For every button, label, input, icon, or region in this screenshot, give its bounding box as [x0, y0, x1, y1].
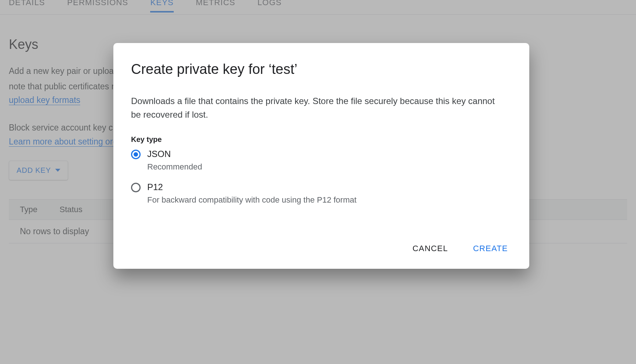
radio-p12-icon	[131, 183, 141, 192]
create-button[interactable]: CREATE	[471, 242, 509, 256]
create-private-key-dialog: Create private key for ‘test’ Downloads …	[113, 43, 529, 269]
key-type-option-json[interactable]: JSON Recommended	[131, 149, 512, 172]
key-type-option-p12[interactable]: P12 For backward compatibility with code…	[131, 182, 512, 205]
option-json-subtitle: Recommended	[147, 162, 202, 172]
option-json-title: JSON	[147, 149, 202, 159]
radio-json-icon	[131, 150, 141, 159]
dialog-description: Downloads a file that contains the priva…	[131, 94, 499, 121]
dialog-title: Create private key for ‘test’	[131, 61, 512, 77]
dialog-actions: CANCEL CREATE	[131, 242, 512, 256]
cancel-button[interactable]: CANCEL	[411, 242, 449, 256]
key-type-label: Key type	[131, 135, 512, 144]
option-p12-subtitle: For backward compatibility with code usi…	[147, 195, 357, 205]
option-p12-title: P12	[147, 182, 357, 192]
